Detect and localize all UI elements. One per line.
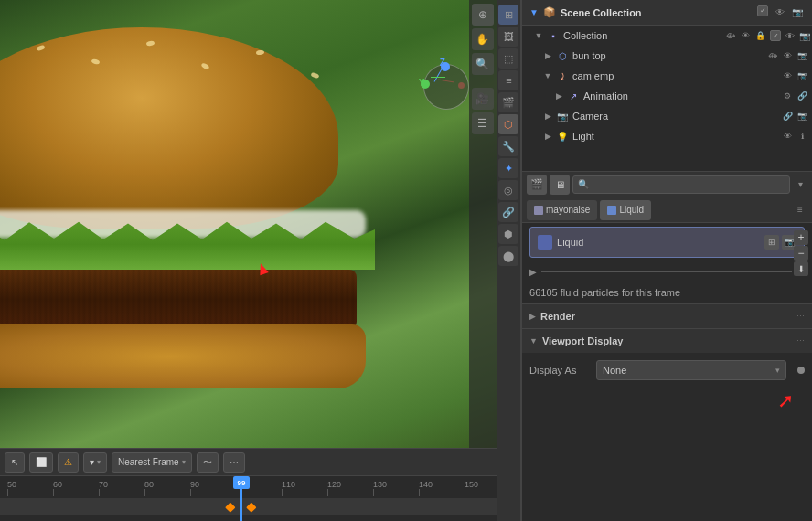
display-as-dropdown[interactable]: None ▾ [596,360,786,380]
render-dots: ⋯ [796,312,805,321]
search-input[interactable] [592,179,785,189]
camera-row[interactable]: ▶ 📷 Camera 🔗 📷 [522,106,812,126]
tab-mayonaise[interactable]: mayonaise [527,200,597,220]
render-section: ▶ Render ⋯ [522,303,812,328]
buntop-actions: ⟴ 👁 📷 [766,49,812,62]
add-slot-btn[interactable]: + [794,230,808,245]
select-tool-btn[interactable]: ↖ [5,452,25,473]
object-icon[interactable]: ⬡ [498,114,518,134]
timeline-ruler[interactable]: 50 60 70 80 90 99 110 120 130 140 150 [0,476,497,521]
render-view[interactable]: ☰ [472,112,494,134]
constraint-icon[interactable]: 🔗 [498,202,518,222]
move-slot-btn[interactable]: ⬇ [794,261,808,276]
camemp-expand[interactable]: ▼ [542,70,553,81]
cam-link[interactable]: 🔗 [781,110,794,122]
material-icon[interactable]: ⬤ [498,246,518,266]
render-section-header[interactable]: ▶ Render ⋯ [522,304,812,328]
coll-cam[interactable]: 📷 [797,28,812,43]
timeline-controls: ↖ ⬜ ⚠ ▾ ▾ Nearest Frame ▾ 〜 [0,449,497,476]
viewport-display-header[interactable]: ▼ Viewport Display ⋯ [522,329,812,353]
camera-view[interactable]: 🎥 [472,88,494,110]
camemp-eye[interactable]: 👁 [781,69,794,82]
scene-icon[interactable]: ⊞ [498,5,518,25]
light-info[interactable]: ℹ [796,130,808,143]
collection-eye[interactable]: 👁 [739,29,752,42]
eye-icon[interactable]: 👁 [773,5,787,20]
render-title: Render [540,311,575,322]
tab-liquid[interactable]: Liquid [600,200,651,220]
collection-check[interactable] [770,30,781,41]
zoom-tool[interactable]: 🔍 [472,53,494,75]
cam-emp-row[interactable]: ▼ ⤸ cam emp 👁 📷 [522,66,812,86]
tick-80: 80 [144,480,154,489]
render-icon[interactable]: 🖼 [498,27,518,47]
viewport-area[interactable]: Z Y ⊕ ✋ 🔍 🎥 ☰ ↖ [0,0,497,521]
viewport-display-section: ▼ Viewport Display ⋯ Display As None ▾ [522,328,812,415]
modifier-icon[interactable]: 🔧 [498,136,518,156]
filter-btn[interactable]: ▾ ▾ [83,452,107,473]
mat-color-1 [534,206,543,215]
bun-top-row[interactable]: ▶ ⬡ bun top ⟴ 👁 📷 [522,46,812,66]
liquid-slot[interactable]: Liquid ⊞ 📷 [529,227,805,258]
data-icon[interactable]: ⬢ [498,224,518,244]
output-icon[interactable]: ⬚ [498,48,518,69]
prop-icon-scene[interactable]: 🎬 [527,175,547,195]
buntop-cam[interactable]: 📷 [796,49,808,62]
tick-50: 50 [7,480,16,489]
filter-extra[interactable]: ▾ [793,177,807,192]
slot-screen-icon[interactable]: ⊞ [764,235,779,250]
light-icon: 💡 [556,130,569,143]
warning-btn[interactable]: ⚠ [58,452,79,473]
viewport-display-content: Display As None ▾ [522,353,812,388]
light-row[interactable]: ▶ 💡 Light 👁 ℹ [522,126,812,146]
arrow-annotation-row: ➘ [522,388,812,415]
cam-expand[interactable]: ▶ [542,111,553,122]
view-tool[interactable]: ⊕ [472,4,494,26]
buntop-expand[interactable]: ▶ [542,50,553,61]
nearest-frame-btn[interactable]: Nearest Frame ▾ [112,452,192,473]
snap-btn[interactable]: ⋯ [223,452,245,473]
timeline-area: ↖ ⬜ ⚠ ▾ ▾ Nearest Frame ▾ 〜 [0,448,497,521]
camera-restrict-icon[interactable]: 📷 [790,5,805,20]
collection-expand[interactable]: ▼ [533,30,544,41]
light-expand[interactable]: ▶ [542,131,553,142]
gizmo-dot-x [458,82,465,89]
box-select-btn[interactable]: ⬜ [29,452,53,473]
camemp-cam[interactable]: 📷 [796,69,808,82]
material-slot-area: Liquid ⊞ 📷 + − ⬇ [526,227,808,258]
mat-extra[interactable]: ≡ [793,203,807,218]
collection-row[interactable]: ▼ ▪ Collection ⟴ 👁 🔒 👁 📷 [522,26,812,46]
scene-prop-icon[interactable]: 🎬 [498,92,518,112]
nearest-frame-label: Nearest Frame [118,457,179,467]
anim-expand[interactable]: ▶ [553,90,564,101]
interpolation-btn[interactable]: 〜 [197,452,219,473]
visibility-check[interactable] [757,5,768,16]
buntop-filter[interactable]: ⟴ [766,49,779,62]
tab-liquid-label: Liquid [619,205,644,215]
buntop-eye[interactable]: 👁 [781,49,794,62]
expand-arrow[interactable]: ▶ [529,267,537,277]
hand-tool[interactable]: ✋ [472,28,494,50]
view-layer-icon[interactable]: ≡ [498,70,518,90]
prop-icon-view[interactable]: 🖥 [550,175,570,195]
collection-actions: ⟴ 👁 🔒 [724,29,770,42]
anim-settings[interactable]: ⚙ [781,90,794,102]
anim-actions: ⚙ 🔗 [781,90,812,102]
collection-filter[interactable]: ⟴ [724,29,737,42]
tick-150: 150 [465,480,478,489]
separator-line [541,271,792,272]
anim-extra[interactable]: 🔗 [796,90,808,102]
bun-top-label: bun top [572,50,766,61]
vp-dots: ⋯ [796,336,805,346]
search-bar[interactable]: 🔍 [572,175,790,194]
remove-slot-btn[interactable]: − [794,246,808,260]
playhead-frame: 99 [238,479,246,487]
collection-cam[interactable]: 🔒 [753,29,766,42]
coll-eye[interactable]: 👁 [783,28,797,43]
playhead[interactable]: 99 [240,476,242,521]
animation-row[interactable]: ▶ ↗ Animation ⚙ 🔗 [522,86,812,106]
cam-eye2[interactable]: 📷 [796,110,808,122]
particles-icon[interactable]: ✦ [498,158,518,178]
light-eye[interactable]: 👁 [781,130,794,143]
physics-icon[interactable]: ◎ [498,180,518,200]
